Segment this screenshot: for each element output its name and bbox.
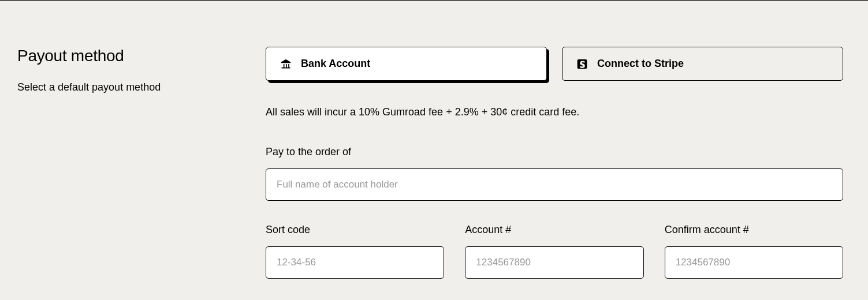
sort-code-input[interactable] xyxy=(266,246,444,279)
stripe-label: Connect to Stripe xyxy=(597,58,684,70)
sort-code-label: Sort code xyxy=(266,224,444,236)
bank-account-option[interactable]: Bank Account xyxy=(266,47,547,81)
confirm-account-label: Confirm account # xyxy=(665,224,843,236)
stripe-option[interactable]: Connect to Stripe xyxy=(562,47,843,81)
account-label: Account # xyxy=(465,224,643,236)
page-title: Payout method xyxy=(17,47,219,65)
bank-icon xyxy=(280,58,292,70)
pay-to-label: Pay to the order of xyxy=(266,146,843,158)
account-input[interactable] xyxy=(465,246,643,279)
bank-account-label: Bank Account xyxy=(301,58,370,70)
fee-notice: All sales will incur a 10% Gumroad fee +… xyxy=(266,106,843,118)
page-subtitle: Select a default payout method xyxy=(17,81,219,93)
stripe-icon xyxy=(576,58,588,70)
confirm-account-input[interactable] xyxy=(665,246,843,279)
pay-to-input[interactable] xyxy=(266,168,843,201)
